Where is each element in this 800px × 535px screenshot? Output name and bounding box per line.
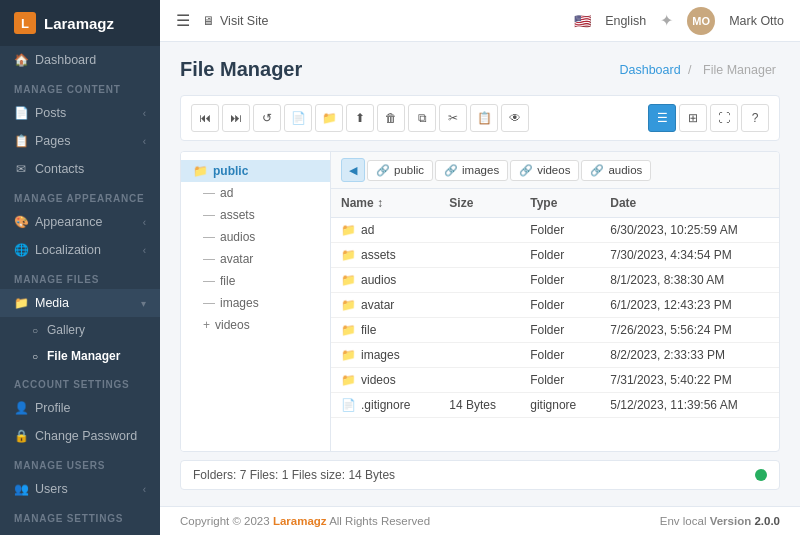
sidebar-item-appearance[interactable]: 🎨 Appearance ‹	[0, 208, 160, 236]
table-row[interactable]: 📁 ad Folder 6/30/2023, 10:25:59 AM	[331, 218, 779, 243]
table-row[interactable]: 📁 assets Folder 7/30/2023, 4:34:54 PM	[331, 243, 779, 268]
cell-size	[439, 318, 520, 343]
btn-new-folder[interactable]: 📁	[315, 104, 343, 132]
btn-cut[interactable]: ✂	[439, 104, 467, 132]
tree-item-avatar[interactable]: — avatar	[181, 248, 330, 270]
fm-tab-public[interactable]: 🔗 public	[367, 160, 433, 181]
media-label: Media	[35, 296, 69, 310]
cell-name: 📄 .gitignore	[331, 393, 439, 418]
fm-back-button[interactable]: ◀	[341, 158, 365, 182]
btn-refresh[interactable]: ↺	[253, 104, 281, 132]
btn-preview[interactable]: 👁	[501, 104, 529, 132]
tab-images-icon: 🔗	[444, 164, 458, 177]
breadcrumb-separator: /	[688, 63, 695, 77]
sidebar-item-contacts[interactable]: ✉ Contacts	[0, 155, 160, 183]
cell-date: 7/26/2023, 5:56:24 PM	[600, 318, 779, 343]
sidebar-item-profile[interactable]: 👤 Profile	[0, 394, 160, 422]
localization-icon: 🌐	[14, 243, 28, 257]
sidebar-item-users[interactable]: 👥 Users ‹	[0, 475, 160, 503]
tree-root-label: public	[213, 164, 248, 178]
tab-videos-icon: 🔗	[519, 164, 533, 177]
language-label[interactable]: English	[605, 14, 646, 28]
col-size: Size	[439, 189, 520, 218]
sidebar-item-localization[interactable]: 🌐 Localization ‹	[0, 236, 160, 264]
btn-copy[interactable]: ⧉	[408, 104, 436, 132]
fm-tab-images[interactable]: 🔗 images	[435, 160, 508, 181]
btn-last[interactable]: ⏭	[222, 104, 250, 132]
cell-type: Folder	[520, 368, 600, 393]
status-bar: Folders: 7 Files: 1 Files size: 14 Bytes	[180, 460, 780, 490]
sidebar-logo[interactable]: L Laramagz	[0, 0, 160, 46]
sidebar-item-settings[interactable]: ⚙ Settings	[0, 528, 160, 535]
tree-item-images[interactable]: — images	[181, 292, 330, 314]
footer-brand[interactable]: Laramagz	[273, 515, 327, 527]
file-name-text: avatar	[361, 298, 394, 312]
cell-type: gitignore	[520, 393, 600, 418]
page-title: File Manager	[180, 58, 302, 81]
table-row[interactable]: 📄 .gitignore 14 Bytes gitignore 5/12/202…	[331, 393, 779, 418]
cell-size	[439, 293, 520, 318]
col-name: Name ↕	[331, 189, 439, 218]
file-manager-label: File Manager	[47, 349, 120, 363]
sidebar-item-posts[interactable]: 📄 Posts ‹	[0, 99, 160, 127]
file-name-text: .gitignore	[361, 398, 410, 412]
btn-first[interactable]: ⏮	[191, 104, 219, 132]
file-manager-icon: ○	[28, 351, 42, 362]
cell-size	[439, 343, 520, 368]
table-row[interactable]: 📁 audios Folder 8/1/2023, 8:38:30 AM	[331, 268, 779, 293]
btn-new-file[interactable]: 📄	[284, 104, 312, 132]
breadcrumb-home[interactable]: Dashboard	[619, 63, 680, 77]
tab-videos-label: videos	[537, 164, 570, 176]
cell-name: 📁 avatar	[331, 293, 439, 318]
profile-icon: 👤	[14, 401, 28, 415]
gallery-label: Gallery	[47, 323, 85, 337]
dash-icon-audios: —	[203, 230, 215, 244]
tree-item-ad[interactable]: — ad	[181, 182, 330, 204]
cell-date: 5/12/2023, 11:39:56 AM	[600, 393, 779, 418]
tree-item-videos[interactable]: + videos	[181, 314, 330, 336]
fm-tab-audios[interactable]: 🔗 audios	[581, 160, 651, 181]
col-type: Type	[520, 189, 600, 218]
cell-type: Folder	[520, 243, 600, 268]
sidebar-item-dashboard[interactable]: 🏠 Dashboard	[0, 46, 160, 74]
table-row[interactable]: 📁 avatar Folder 6/1/2023, 12:43:23 PM	[331, 293, 779, 318]
table-row[interactable]: 📁 file Folder 7/26/2023, 5:56:24 PM	[331, 318, 779, 343]
folder-icon: 📁	[341, 348, 356, 362]
pages-label: Pages	[35, 134, 70, 148]
section-manage-appearance: MANAGE APPEARANCE	[0, 183, 160, 208]
footer: Copyright © 2023 Laramagz All Rights Res…	[160, 506, 800, 535]
tree-item-public[interactable]: 📁 public	[181, 160, 330, 182]
cell-date: 7/30/2023, 4:34:54 PM	[600, 243, 779, 268]
sidebar-item-file-manager[interactable]: ○ File Manager	[0, 343, 160, 369]
folder-icon: 📁	[341, 223, 356, 237]
localization-chevron: ‹	[143, 245, 146, 256]
btn-paste[interactable]: 📋	[470, 104, 498, 132]
status-text: Folders: 7 Files: 1 Files size: 14 Bytes	[193, 468, 395, 482]
tree-item-file[interactable]: — file	[181, 270, 330, 292]
table-row[interactable]: 📁 videos Folder 7/31/2023, 5:40:22 PM	[331, 368, 779, 393]
contacts-label: Contacts	[35, 162, 84, 176]
btn-upload[interactable]: ⬆	[346, 104, 374, 132]
table-row[interactable]: 📁 images Folder 8/2/2023, 2:33:33 PM	[331, 343, 779, 368]
hamburger-icon[interactable]: ☰	[176, 11, 190, 30]
cell-size: 14 Bytes	[439, 393, 520, 418]
sidebar-item-gallery[interactable]: ○ Gallery	[0, 317, 160, 343]
folder-icon: 📁	[341, 373, 356, 387]
tree-item-audios[interactable]: — audios	[181, 226, 330, 248]
tree-item-assets[interactable]: — assets	[181, 204, 330, 226]
fm-tab-videos[interactable]: 🔗 videos	[510, 160, 579, 181]
btn-fullscreen[interactable]: ⛶	[710, 104, 738, 132]
cell-size	[439, 368, 520, 393]
sidebar-item-media[interactable]: 📁 Media ▾	[0, 289, 160, 317]
cell-date: 6/30/2023, 10:25:59 AM	[600, 218, 779, 243]
file-name-text: videos	[361, 373, 396, 387]
btn-list-view[interactable]: ☰	[648, 104, 676, 132]
btn-grid-view[interactable]: ⊞	[679, 104, 707, 132]
section-account-settings: ACCOUNT SETTINGS	[0, 369, 160, 394]
theme-icon[interactable]: ✦	[660, 11, 673, 30]
visit-site-link[interactable]: 🖥 Visit Site	[202, 14, 268, 28]
btn-help[interactable]: ?	[741, 104, 769, 132]
sidebar-item-change-password[interactable]: 🔒 Change Password	[0, 422, 160, 450]
sidebar-item-pages[interactable]: 📋 Pages ‹	[0, 127, 160, 155]
btn-delete[interactable]: 🗑	[377, 104, 405, 132]
